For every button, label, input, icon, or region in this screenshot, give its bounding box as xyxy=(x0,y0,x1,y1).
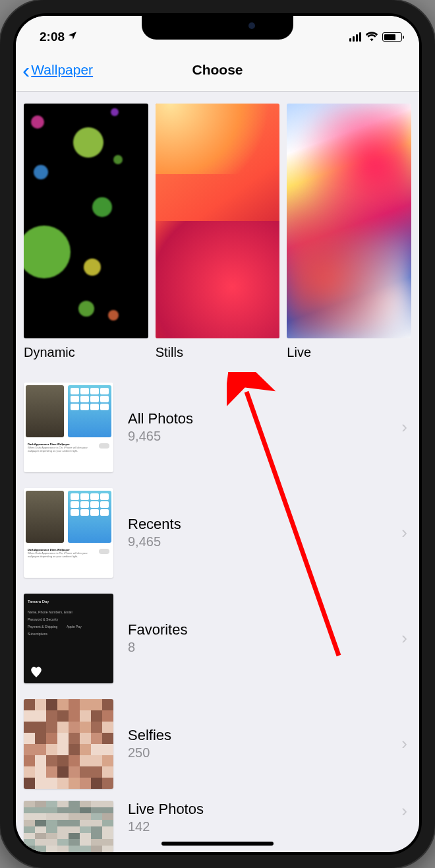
category-live-thumbnail xyxy=(287,104,411,338)
device-frame: 2:08 ‹ Wallpa xyxy=(0,0,435,868)
chevron-right-icon: › xyxy=(401,733,407,754)
category-label: Dynamic xyxy=(24,345,148,360)
album-count: 8 xyxy=(128,640,387,655)
album-row-favorites[interactable]: Tamara Day Name, Phone Numbers, Email Pa… xyxy=(16,586,419,691)
chevron-right-icon: › xyxy=(401,417,407,437)
back-button[interactable]: ‹ Wallpaper xyxy=(22,59,93,81)
album-thumbnail xyxy=(24,699,113,789)
content-scroll[interactable]: Dynamic Stills Live xyxy=(16,92,419,852)
album-row-recents[interactable]: Dark Appearance Dims WallpaperWhen Dark … xyxy=(16,480,419,586)
category-stills-thumbnail xyxy=(156,104,280,338)
wifi-icon xyxy=(365,31,378,44)
album-count: 250 xyxy=(128,745,387,760)
category-label: Live xyxy=(287,345,411,360)
screen: 2:08 ‹ Wallpa xyxy=(16,16,419,852)
chevron-right-icon: › xyxy=(401,628,407,648)
back-button-label: Wallpaper xyxy=(31,62,93,78)
album-count: 9,465 xyxy=(128,429,387,444)
album-title: All Photos xyxy=(128,410,387,427)
chevron-right-icon: › xyxy=(401,522,407,543)
battery-icon xyxy=(382,32,402,42)
navigation-bar: ‹ Wallpaper Choose xyxy=(16,49,419,92)
location-services-icon xyxy=(67,30,78,44)
album-thumbnail: Dark Appearance Dims WallpaperWhen Dark … xyxy=(24,488,113,578)
category-live[interactable]: Live xyxy=(287,104,411,360)
album-row-all-photos[interactable]: Dark Appearance Dims WallpaperWhen Dark … xyxy=(16,375,419,480)
heart-icon xyxy=(29,665,44,679)
category-stills[interactable]: Stills xyxy=(156,104,280,360)
category-label: Stills xyxy=(156,345,280,360)
album-thumbnail: Dark Appearance Dims WallpaperWhen Dark … xyxy=(24,383,113,472)
wallpaper-categories: Dynamic Stills Live xyxy=(16,92,419,375)
album-count: 9,465 xyxy=(128,534,387,549)
photo-albums-list: Dark Appearance Dims WallpaperWhen Dark … xyxy=(16,375,419,852)
cellular-signal-icon xyxy=(349,32,361,42)
category-dynamic-thumbnail xyxy=(24,104,148,338)
album-title: Recents xyxy=(128,516,387,533)
chevron-left-icon: ‹ xyxy=(22,59,30,81)
album-title: Live Photos xyxy=(128,801,387,818)
album-title: Selfies xyxy=(128,727,387,744)
chevron-right-icon: › xyxy=(401,801,407,821)
album-thumbnail xyxy=(24,801,113,852)
album-title: Favorites xyxy=(128,621,387,638)
page-title: Choose xyxy=(192,62,243,78)
notch xyxy=(142,16,293,40)
status-time: 2:08 xyxy=(40,30,65,44)
album-count: 142 xyxy=(128,819,387,834)
album-row-selfies[interactable]: Selfies 250 › xyxy=(16,691,419,797)
album-thumbnail: Tamara Day Name, Phone Numbers, Email Pa… xyxy=(24,594,113,683)
category-dynamic[interactable]: Dynamic xyxy=(24,104,148,360)
home-indicator[interactable] xyxy=(161,842,274,846)
